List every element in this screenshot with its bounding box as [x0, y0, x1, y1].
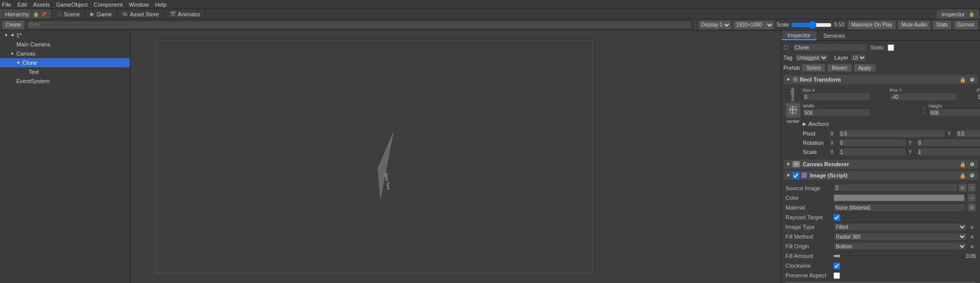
- tag-select[interactable]: Untagged: [795, 54, 828, 62]
- pivot-y-input[interactable]: [956, 130, 981, 138]
- material-label: Material: [785, 204, 831, 211]
- revert-button[interactable]: Revert: [827, 64, 851, 72]
- rotation-label: Rotation: [803, 140, 828, 146]
- clockwise-checkbox[interactable]: [833, 263, 840, 269]
- apply-button[interactable]: Apply: [854, 64, 876, 72]
- pos-z-header: Pos Z: [977, 88, 980, 93]
- menu-edit[interactable]: Edit: [17, 2, 27, 8]
- preserve-aspect-checkbox[interactable]: [833, 272, 840, 279]
- width-input[interactable]: [803, 109, 871, 117]
- menu-assets[interactable]: Assets: [33, 2, 50, 8]
- raycast-target-row: Raycast Target: [785, 213, 976, 222]
- hierarchy-item-clone[interactable]: ▼ Clone: [0, 58, 130, 67]
- inspector-panel-tab[interactable]: Inspector 🔒: [937, 9, 980, 19]
- inspector-tabs: Inspector Services: [781, 31, 980, 41]
- fill-amount-row: Fill Amount 0.05: [785, 251, 976, 261]
- fill-amount-label: Fill Amount: [785, 253, 831, 259]
- canvas-settings-icon[interactable]: ⚙: [968, 161, 975, 168]
- static-label: Static: [870, 44, 885, 50]
- material-select-icon[interactable]: ⊙: [968, 203, 976, 212]
- color-swatch[interactable]: [833, 194, 965, 201]
- animator-icon: 🎬: [170, 11, 176, 17]
- rotation-y-input[interactable]: [917, 139, 980, 147]
- tab-scene[interactable]: ⬡ Scene: [52, 9, 85, 19]
- display-select[interactable]: Display 1: [699, 20, 731, 30]
- source-image-select-icon[interactable]: ⊙: [959, 184, 967, 192]
- hierarchy-item-root[interactable]: ▼ ✦ 1*: [0, 31, 130, 40]
- static-checkbox[interactable]: [888, 44, 894, 51]
- pos-z-input[interactable]: [977, 93, 980, 101]
- anchors-row[interactable]: ▶ Anchors: [803, 119, 980, 128]
- fill-origin-expand-icon[interactable]: ≡: [969, 243, 976, 250]
- canvas-renderer-header[interactable]: ▼ ✓ Canvas Renderer 🔒 ⚙: [783, 159, 978, 169]
- hierarchy-item-canvas[interactable]: ▼ Canvas: [0, 49, 130, 58]
- hierarchy-item-root-label: ✦ 1*: [10, 32, 21, 39]
- stats-button[interactable]: Stats: [933, 20, 951, 30]
- menu-gameobject[interactable]: GameObject: [56, 2, 88, 8]
- gizmos-button[interactable]: Gizmos: [953, 20, 978, 30]
- menu-component[interactable]: Component: [93, 2, 123, 8]
- rect-transform-right-icons: 🔒 ⚙: [959, 76, 975, 83]
- tab-game[interactable]: ▶ Game: [85, 9, 117, 19]
- source-image-arrow-icon[interactable]: →: [968, 184, 976, 192]
- scale-slider[interactable]: [791, 21, 832, 29]
- anchors-expand-icon: ▶: [803, 121, 806, 126]
- fill-method-expand-icon[interactable]: ≡: [969, 233, 976, 240]
- pos-x-input[interactable]: [803, 93, 871, 101]
- hierarchy-item-text[interactable]: Text: [0, 67, 130, 76]
- menu-window[interactable]: Window: [129, 2, 149, 8]
- scale-x-input[interactable]: [839, 148, 906, 156]
- pos-xyz-row: Pos X Pos Y Pos Z: [803, 88, 980, 101]
- color-row: Color →: [785, 193, 976, 202]
- image-settings-icon[interactable]: ⚙: [968, 172, 975, 179]
- mute-audio-button[interactable]: Mute Audio: [898, 20, 930, 30]
- color-picker-icon[interactable]: →: [968, 194, 976, 202]
- tab-inspector[interactable]: Inspector: [781, 31, 817, 40]
- height-header: Height: [929, 104, 981, 109]
- tab-services[interactable]: Services: [817, 31, 851, 40]
- fill-origin-select[interactable]: Bottom: [833, 242, 967, 250]
- tab-asset-store[interactable]: 🛍 Asset Store: [117, 9, 164, 19]
- material-input[interactable]: [833, 203, 966, 212]
- image-lock-icon[interactable]: 🔒: [959, 172, 966, 179]
- scene-canvas: New Text: [130, 31, 781, 283]
- menu-file[interactable]: File: [2, 2, 11, 8]
- source-image-field-group: ⊙ →: [833, 184, 976, 192]
- maximize-on-play-button[interactable]: Maximize On Play: [848, 20, 896, 30]
- image-script-enabled-checkbox[interactable]: [793, 172, 799, 179]
- tab-animator[interactable]: 🎬 Animator: [164, 9, 206, 19]
- anchor-widget[interactable]: [785, 102, 801, 118]
- scene-icon: ⬡: [57, 11, 62, 17]
- image-type-select[interactable]: Filled: [833, 223, 967, 231]
- canvas-lock-icon[interactable]: 🔒: [959, 161, 966, 168]
- height-input[interactable]: [929, 109, 981, 117]
- pivot-x-input[interactable]: [839, 130, 946, 138]
- scale-y-input[interactable]: [917, 148, 980, 156]
- linked-icon: ⋮: [920, 102, 928, 118]
- rect-lock-icon[interactable]: 🔒: [959, 76, 966, 83]
- layer-select[interactable]: UI: [850, 54, 867, 62]
- image-type-expand-icon[interactable]: ≡: [969, 223, 976, 230]
- rect-settings-icon[interactable]: ⚙: [968, 76, 975, 83]
- scale-value: 0.53:: [834, 22, 845, 28]
- menu-help[interactable]: Help: [155, 2, 166, 8]
- scene-viewport[interactable]: New Text: [130, 31, 781, 283]
- hierarchy-item-eventsystem[interactable]: EventSystem: [0, 76, 130, 86]
- create-button[interactable]: Create: [2, 20, 25, 30]
- image-script-header[interactable]: ▼ 🖼 Image (Script) 🔒 ⚙: [783, 170, 978, 181]
- hierarchy-panel-tab[interactable]: Hierarchy 🔒 📌: [0, 9, 52, 19]
- object-name-input[interactable]: [793, 43, 867, 52]
- hierarchy-item-canvas-label: Canvas: [16, 50, 35, 57]
- resolution-select[interactable]: 1920×1080: [733, 20, 774, 30]
- rotation-x-input[interactable]: [839, 139, 906, 147]
- rect-transform-header[interactable]: ▼ ⊞ Rect Transform 🔒 ⚙: [783, 74, 978, 85]
- select-button[interactable]: Select: [802, 64, 825, 72]
- raycast-target-label: Raycast Target: [785, 214, 831, 220]
- fill-amount-control: 0.05: [833, 253, 976, 259]
- source-image-input[interactable]: [833, 184, 958, 192]
- raycast-target-checkbox[interactable]: [833, 214, 840, 221]
- hierarchy-search-input[interactable]: [27, 21, 692, 29]
- hierarchy-item-main-camera[interactable]: Main Camera: [0, 40, 130, 49]
- fill-method-select[interactable]: Radial 360: [833, 233, 967, 241]
- pos-y-input[interactable]: [890, 93, 958, 101]
